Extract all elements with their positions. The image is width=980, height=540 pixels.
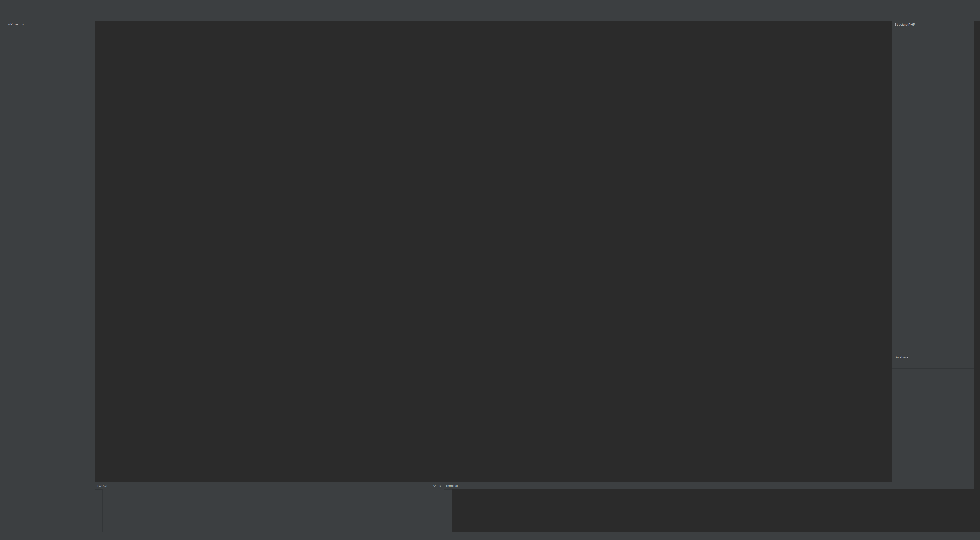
structure-panel-title: Structure PHP <box>894 23 915 27</box>
terminal-panel-title: Terminal <box>445 484 458 488</box>
todo-panel-header: TODO: ⚙ ⇟ <box>95 483 444 490</box>
left-tool-stripe <box>0 21 6 532</box>
gear-icon[interactable]: ⚙ <box>433 484 436 488</box>
todo-panel-title: TODO: <box>97 484 107 488</box>
project-tree <box>6 28 95 532</box>
structure-panel: Structure PHP <box>892 21 974 354</box>
menu-bar <box>0 0 980 7</box>
chevron-down-icon[interactable]: ▼ <box>22 23 24 26</box>
project-panel: ▣ Project ▼ <box>6 21 95 532</box>
database-panel-header: Database <box>892 354 974 361</box>
project-panel-title: Project <box>10 22 21 26</box>
todo-panel: TODO: ⚙ ⇟ <box>95 482 444 532</box>
breadcrumb <box>0 15 980 21</box>
editor-group-middle <box>340 21 627 482</box>
hide-panel-icon[interactable]: ⇟ <box>439 484 441 488</box>
editor-group-left <box>95 21 340 482</box>
status-bar <box>0 532 980 540</box>
structure-toolbar <box>892 28 974 36</box>
main-toolbar <box>0 7 980 15</box>
database-toolbar <box>892 361 974 369</box>
project-icon: ▣ <box>8 23 10 26</box>
terminal-output[interactable] <box>452 489 974 532</box>
terminal-panel-header: Terminal <box>444 483 974 490</box>
database-panel-title: Database <box>894 355 908 359</box>
terminal-panel: Terminal <box>444 482 974 532</box>
structure-panel-header: Structure PHP <box>892 21 974 28</box>
editor-group-right <box>627 21 892 482</box>
project-panel-header: ▣ Project ▼ <box>6 21 95 28</box>
